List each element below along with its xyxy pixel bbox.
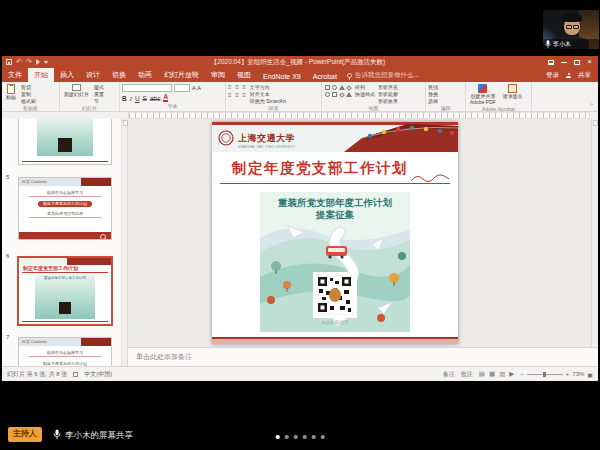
arrange-button[interactable]: 排列	[355, 84, 375, 90]
page-dot[interactable]	[312, 435, 316, 439]
text-shadow-button[interactable]: abc	[150, 95, 160, 102]
page-dot-active[interactable]	[276, 435, 280, 439]
list-indent-icons[interactable]: ≡ ≡ ≡≡ ≡ ≡	[228, 84, 247, 99]
text-direction-button[interactable]: 文字方向	[250, 84, 286, 90]
font-color-button[interactable]: A	[163, 94, 168, 102]
undo-icon[interactable]: ↶	[16, 59, 22, 65]
strikethrough-button[interactable]: S	[143, 95, 147, 102]
thumb6-qr-code	[59, 302, 71, 314]
replace-button[interactable]: 替换	[428, 91, 438, 97]
close-icon[interactable]: ×	[587, 58, 592, 66]
tab-acrobat[interactable]: Acrobat	[307, 71, 343, 82]
host-badge: 主持人	[8, 427, 42, 442]
thumbnail-scrollbar[interactable]	[121, 119, 128, 366]
tab-view[interactable]: 视图	[231, 68, 257, 82]
slide-counter: 幻灯片 第 6 张, 共 8 张	[7, 370, 67, 379]
collapse-ribbon-icon[interactable]: ⌃	[585, 102, 598, 111]
slide-sorter-view-icon[interactable]: ▦	[489, 370, 495, 378]
tab-slideshow[interactable]: 幻灯片放映	[158, 68, 205, 82]
powerpoint-window: ↶ ↷ 【2020.04】党组织生活会_视频 - PowerPoint(产品激活…	[2, 56, 598, 381]
thumb7-header: 目录 Contents	[19, 338, 111, 346]
tab-home[interactable]: 开始	[28, 68, 54, 82]
bold-button[interactable]: B	[122, 95, 127, 102]
fit-to-window-icon[interactable]: ▣	[587, 371, 593, 378]
font-size-box[interactable]	[174, 84, 190, 92]
thumbnail-slide-7[interactable]: 目录 Contents 组织生活会精神学习 制定年度党支部工作计划 党员批评与自…	[18, 337, 112, 366]
zoom-in-button[interactable]: +	[566, 371, 570, 377]
ribbon-display-options-icon[interactable]	[548, 60, 554, 65]
zoom-out-button[interactable]: −	[520, 371, 524, 377]
thumbnail-slide-5[interactable]: 目录 Contents 组织生活会精神学习 制定年度党支部工作计划 党员批评与自…	[18, 177, 112, 240]
shapes-gallery[interactable]	[324, 84, 352, 98]
group-font: A A B I U S abc A 字体	[120, 82, 226, 111]
sign-in-button[interactable]: 登录	[546, 71, 559, 80]
cut-button[interactable]: 剪切	[21, 84, 36, 90]
italic-button[interactable]: I	[130, 95, 132, 102]
redo-icon[interactable]: ↷	[26, 59, 32, 65]
start-slideshow-icon[interactable]	[36, 59, 40, 65]
page-dot[interactable]	[285, 435, 289, 439]
create-pdf-button[interactable]: 创建并共享Adobe PDF	[468, 84, 498, 105]
reset-button[interactable]: 重置	[94, 91, 104, 97]
copy-button[interactable]: 复制	[21, 91, 36, 97]
webcam-tile[interactable]: 李小木	[543, 10, 599, 49]
ruler-row	[2, 112, 598, 119]
tab-animations[interactable]: 动画	[132, 68, 158, 82]
tab-endnote[interactable]: EndNote X9	[257, 71, 307, 82]
zoom-percentage[interactable]: 73%	[572, 371, 584, 377]
page-dot[interactable]	[321, 435, 325, 439]
zoom-slider[interactable]	[527, 374, 563, 375]
slideshow-view-icon[interactable]: ▶	[509, 370, 514, 378]
share-button[interactable]: 共享	[578, 71, 591, 80]
shape-outline-button[interactable]: 形状轮廓	[378, 91, 398, 97]
illustration-heading-line1: 重装所党支部年度工作计划	[277, 197, 393, 208]
request-signature-button[interactable]: 请求签名	[501, 84, 525, 99]
signature-icon	[508, 84, 517, 93]
group-label-paragraph: 段落	[228, 104, 319, 112]
comments-toggle-button[interactable]: 批注	[461, 370, 473, 379]
thumb7-item-2: 制定年度党支部工作计划	[29, 361, 101, 366]
tab-file[interactable]: 文件	[2, 68, 28, 82]
save-icon[interactable]	[6, 59, 12, 65]
underline-button[interactable]: U	[135, 95, 140, 102]
language-indicator[interactable]: 中文(中国)	[84, 370, 112, 379]
page-dot[interactable]	[294, 435, 298, 439]
grow-shrink-font-icons[interactable]: A A	[192, 85, 201, 91]
font-name-box[interactable]	[122, 84, 172, 92]
find-button[interactable]: 查找	[428, 84, 438, 90]
slide-editor[interactable]: 上海交通大学 SHANGHAI JIAO TONG UNIVERSITY 制定年…	[212, 122, 458, 344]
qr-caption: 长按扫码填写	[322, 319, 350, 325]
page-dot[interactable]	[303, 435, 307, 439]
minimize-icon[interactable]	[561, 62, 567, 63]
thumb4-illustration	[37, 119, 93, 156]
canvas-vertical-scrollbar[interactable]	[591, 119, 598, 347]
tab-insert[interactable]: 插入	[54, 68, 80, 82]
paste-button[interactable]: 粘贴	[4, 84, 18, 100]
scrollbar-up-box[interactable]	[123, 120, 128, 126]
shape-fill-button[interactable]: 形状填充	[378, 84, 398, 90]
pagination-dots	[276, 435, 325, 439]
tab-transitions[interactable]: 切换	[106, 68, 132, 82]
slide-canvas-area[interactable]: 上海交通大学 SHANGHAI JIAO TONG UNIVERSITY 制定年…	[128, 119, 598, 347]
reading-view-icon[interactable]: ▥	[499, 370, 505, 378]
new-slide-button[interactable]: 新建幻灯片	[62, 84, 91, 97]
triangle2-shape-icon	[346, 92, 352, 97]
tab-design[interactable]: 设计	[80, 68, 106, 82]
group-label-clipboard: 剪贴板	[4, 104, 57, 112]
layout-button[interactable]: 版式	[94, 84, 104, 90]
tab-review[interactable]: 审阅	[205, 68, 231, 82]
canvas-scrollbar-up-box[interactable]	[593, 120, 598, 126]
status-bar: 幻灯片 第 6 张, 共 8 张 中文(中国) 备注 批注 ▤ ▦ ▥ ▶ − …	[2, 366, 598, 381]
tell-me-box[interactable]: 告诉我您想要做什么...	[343, 71, 423, 82]
thumbnail-slide-6-selected[interactable]: 制定年度党支部工作计划 重装所党支部年度工作计划	[17, 256, 113, 326]
slide-number-6: 6	[6, 253, 9, 259]
notes-toggle-button[interactable]: 备注	[443, 370, 455, 379]
restore-icon[interactable]	[574, 60, 580, 65]
notes-pane[interactable]: 单击此处添加备注	[128, 347, 598, 366]
screen-share-label: 李小木的屏幕共享	[65, 430, 133, 442]
quick-styles-button[interactable]: 快速样式	[355, 91, 375, 97]
normal-view-icon[interactable]: ▤	[479, 370, 485, 378]
zoom-slider-thumb[interactable]	[543, 372, 546, 377]
thumbnail-slide-4[interactable]	[18, 119, 112, 165]
align-text-button[interactable]: 对齐文本	[250, 91, 286, 97]
